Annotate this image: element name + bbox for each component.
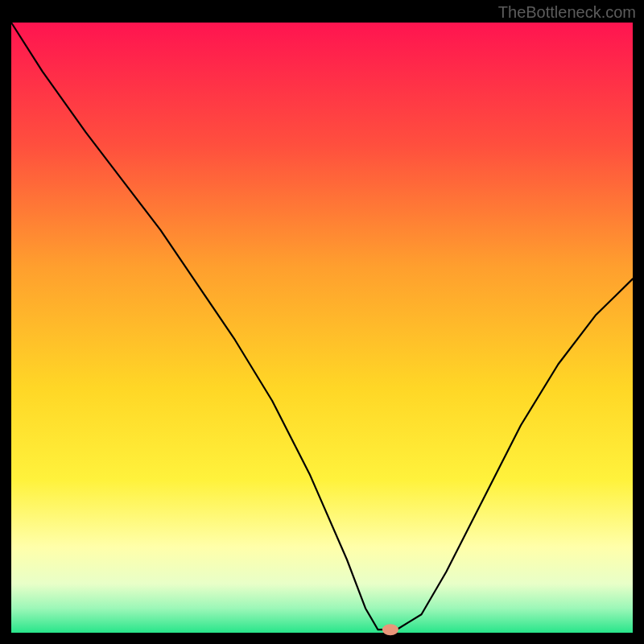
optimal-point-marker: [382, 624, 398, 635]
chart-plot-area: [11, 23, 633, 633]
bottleneck-chart: [0, 0, 644, 644]
attribution-label: TheBottleneck.com: [498, 3, 636, 22]
chart-container: TheBottleneck.com: [0, 0, 644, 644]
